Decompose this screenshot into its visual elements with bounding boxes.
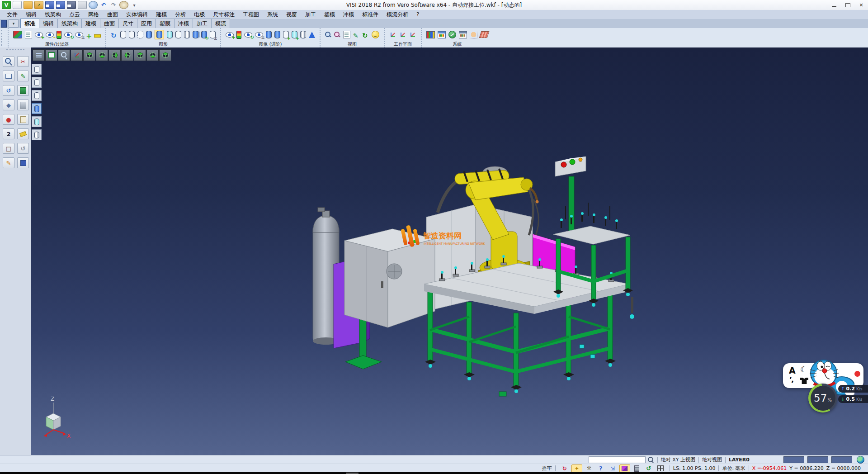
view-menu-icon[interactable] bbox=[33, 49, 45, 61]
grid-pad-icon[interactable] bbox=[479, 31, 490, 38]
filter-traffic-light-icon[interactable] bbox=[57, 31, 61, 39]
display-mode-flat-icon[interactable] bbox=[32, 90, 42, 101]
color-grid-icon[interactable] bbox=[426, 31, 435, 38]
redraw-icon[interactable] bbox=[111, 31, 118, 38]
preview-icon[interactable] bbox=[89, 1, 98, 9]
display-mode-shaded-icon[interactable] bbox=[32, 103, 42, 114]
trim-tool[interactable] bbox=[17, 56, 29, 67]
tab-dropdown-icon[interactable] bbox=[9, 19, 19, 28]
frame-tool[interactable] bbox=[3, 71, 14, 81]
refresh-visibility-eye-icon[interactable] bbox=[64, 32, 72, 38]
cone-render-icon[interactable] bbox=[309, 32, 315, 38]
close-button[interactable] bbox=[854, 0, 868, 9]
render-smiley-icon[interactable] bbox=[372, 31, 379, 38]
color-swatch-3[interactable] bbox=[831, 456, 852, 463]
rotate-tool[interactable] bbox=[3, 85, 14, 96]
view-cube-right-icon[interactable] bbox=[121, 49, 133, 61]
globe-icon[interactable] bbox=[857, 456, 864, 464]
show-advanced-eye-icon[interactable] bbox=[226, 32, 234, 38]
zoom-pair-icon[interactable] bbox=[325, 32, 331, 38]
workplane-axis-icon[interactable] bbox=[389, 31, 396, 38]
view-cube-left-icon[interactable] bbox=[108, 49, 121, 61]
sidebar-drag-handle[interactable] bbox=[6, 49, 24, 53]
display-mode-hidden-icon[interactable] bbox=[32, 77, 42, 88]
tab-edit[interactable]: 编辑 bbox=[39, 19, 58, 29]
annotate-tool[interactable] bbox=[3, 157, 14, 168]
solid-shaded-icon[interactable] bbox=[266, 31, 272, 38]
history-tool[interactable] bbox=[17, 143, 29, 154]
shaded-cylinder-icon[interactable] bbox=[146, 31, 152, 38]
gray-notebook-tool[interactable] bbox=[17, 100, 29, 110]
menu-wireframe[interactable]: 线架构 bbox=[41, 10, 65, 19]
tab-dimension[interactable]: 尺寸 bbox=[118, 19, 137, 29]
zoom-window-icon[interactable] bbox=[334, 32, 340, 38]
hide-all-minus-icon[interactable] bbox=[94, 34, 101, 38]
tab-mold[interactable]: 塑膜 bbox=[156, 19, 175, 29]
undo-icon[interactable] bbox=[99, 1, 108, 9]
axis-origin-icon[interactable] bbox=[71, 49, 83, 61]
tab-standard[interactable]: 标准 bbox=[20, 19, 39, 29]
hatched-cylinder-icon[interactable] bbox=[184, 31, 190, 38]
tab-flow[interactable]: 模流 bbox=[211, 19, 230, 29]
lock-toggle-label[interactable]: 拴牢 bbox=[542, 465, 552, 472]
scene-3d-model[interactable]: 智造资料网 INTELLIGENT MANUFACTURING NETWORK … bbox=[31, 47, 868, 455]
save-layout-tool[interactable] bbox=[17, 157, 29, 168]
menu-surface[interactable]: 曲面 bbox=[103, 10, 122, 19]
show-add-eye-icon[interactable] bbox=[35, 32, 43, 38]
menu-drawing[interactable]: 工程图 bbox=[239, 10, 263, 19]
color-swatch-1[interactable] bbox=[783, 456, 804, 463]
palette-window-icon[interactable] bbox=[438, 31, 446, 38]
refresh-redraw-icon[interactable] bbox=[560, 465, 570, 472]
eraser-tool[interactable] bbox=[17, 128, 29, 139]
snap-points-icon[interactable] bbox=[470, 31, 477, 38]
menu-system[interactable]: 系统 bbox=[263, 10, 282, 19]
wireframe-cylinder-icon[interactable] bbox=[120, 31, 126, 38]
menu-dimension[interactable]: 尺寸标注 bbox=[209, 10, 239, 19]
search-input[interactable] bbox=[589, 456, 646, 463]
menu-electrode[interactable]: 电极 bbox=[190, 10, 209, 19]
tab-modeling[interactable]: 建模 bbox=[81, 19, 100, 29]
rotate-view-icon[interactable] bbox=[644, 465, 654, 472]
save-all-icon[interactable] bbox=[67, 1, 76, 9]
refresh-advanced-eye-icon[interactable] bbox=[244, 32, 252, 38]
display-mode-transparent-icon[interactable] bbox=[32, 116, 42, 127]
green-notebook-tool[interactable] bbox=[17, 85, 29, 96]
display-mode-wireframe-icon[interactable] bbox=[32, 64, 42, 75]
menu-mesh[interactable]: 网格 bbox=[84, 10, 103, 19]
clipboard-tool[interactable] bbox=[17, 114, 29, 125]
import-folder-icon[interactable] bbox=[34, 1, 43, 9]
view-cube-top-icon[interactable] bbox=[83, 49, 95, 61]
workplane-edit-icon[interactable] bbox=[399, 31, 406, 38]
tools-icon[interactable] bbox=[584, 465, 594, 472]
menu-modeling[interactable]: 建模 bbox=[152, 10, 171, 19]
system-settings-icon[interactable] bbox=[448, 31, 456, 38]
sketch-view-icon[interactable] bbox=[343, 31, 350, 38]
view-cube-iso-icon[interactable] bbox=[159, 49, 171, 61]
flat-cylinder-icon[interactable] bbox=[175, 31, 181, 38]
solid-view-icon[interactable] bbox=[619, 465, 630, 473]
menu-flow-analysis[interactable]: 模流分析 bbox=[382, 10, 412, 19]
sketch-tool[interactable] bbox=[17, 71, 29, 81]
window-tools-icon[interactable] bbox=[459, 31, 467, 38]
solid-shaded-2-icon[interactable] bbox=[274, 31, 280, 38]
selection-wand-icon[interactable] bbox=[571, 465, 582, 473]
shaded-edges-selected-box[interactable] bbox=[155, 30, 164, 39]
hide-remove-eye-icon[interactable] bbox=[46, 32, 54, 38]
box-tool[interactable] bbox=[3, 143, 14, 154]
marker-tool[interactable] bbox=[3, 114, 14, 125]
print-icon[interactable] bbox=[78, 1, 87, 9]
two-point-tool[interactable] bbox=[3, 128, 14, 139]
display-mode-hatched-icon[interactable] bbox=[32, 129, 42, 140]
viewport-3d[interactable]: 智造资料网 INTELLIGENT MANUFACTURING NETWORK … bbox=[31, 47, 868, 455]
menu-solid-edit[interactable]: 实体编辑 bbox=[122, 10, 152, 19]
tab-die[interactable]: 冲模 bbox=[174, 19, 193, 29]
tab-wireframe[interactable]: 线架构 bbox=[57, 19, 82, 29]
preview-page-icon[interactable] bbox=[25, 31, 32, 38]
history-icon[interactable] bbox=[119, 1, 128, 9]
layers-icon[interactable] bbox=[632, 465, 642, 472]
attributes-brush-icon[interactable] bbox=[13, 31, 22, 38]
taskbar-peek-nub[interactable] bbox=[346, 473, 359, 474]
punctuation-mode-icon[interactable] bbox=[789, 375, 793, 384]
export-cylinder-icon[interactable] bbox=[201, 31, 207, 38]
zoom-tool[interactable] bbox=[3, 56, 14, 67]
